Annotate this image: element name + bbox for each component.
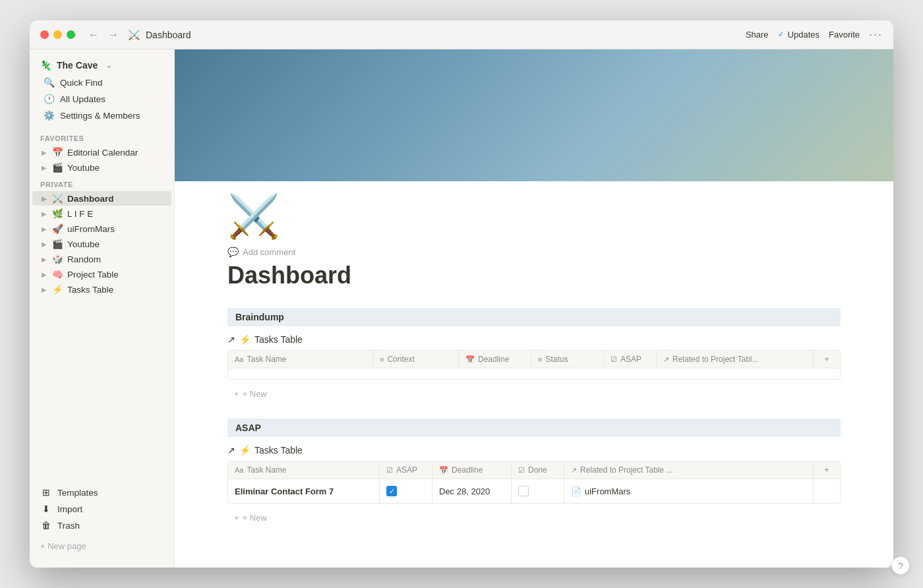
asap-checkbox-checked[interactable]: ✓: [386, 486, 397, 496]
dashboard-icon: ⚔️: [52, 193, 63, 204]
file-icon: 📄: [571, 486, 581, 496]
deadline-value: Dec 28, 2020: [439, 486, 490, 496]
nav-arrows: ← →: [86, 28, 121, 42]
new-page-button[interactable]: + New page: [35, 539, 169, 554]
sidebar-item-import[interactable]: ⬇ Import: [35, 501, 169, 517]
sidebar-item-uifrommars[interactable]: ▶ 🚀 uiFromMars: [32, 221, 171, 236]
life-icon: 🌿: [52, 208, 63, 219]
asap-new-row[interactable]: + + New: [227, 509, 841, 527]
sidebar-item-quick-find[interactable]: 🔍 Quick Find: [38, 74, 166, 90]
asap-th-related: ↗ Related to Project Table ...: [564, 461, 814, 479]
th-add[interactable]: +: [814, 351, 840, 368]
updates-label: Updates: [788, 30, 819, 40]
sidebar-item-youtube-fav[interactable]: ▶ 🎬 Youtube: [32, 160, 171, 175]
sidebar-item-all-updates[interactable]: 🕐 All Updates: [38, 91, 166, 107]
sidebar-item-dashboard[interactable]: ▶ ⚔️ Dashboard: [32, 191, 171, 206]
all-updates-label: All Updates: [60, 94, 105, 104]
sidebar-item-editorial-calendar[interactable]: ▶ 📅 Editorial Calendar: [32, 145, 171, 160]
asap-th-add[interactable]: +: [814, 461, 840, 479]
braindump-table-header: Aa Task Name ≡ Context 📅 Deadline: [228, 351, 840, 368]
youtube-fav-icon: 🎬: [52, 162, 63, 173]
asap-header: ASAP: [227, 419, 841, 437]
calendar-icon: 📅: [465, 355, 475, 364]
back-button[interactable]: ←: [86, 28, 102, 42]
th-status: ≡ Status: [531, 351, 604, 368]
chevron-right-icon: ▶: [42, 164, 47, 171]
minimize-button[interactable]: [53, 30, 62, 39]
sidebar-item-settings[interactable]: ⚙️ Settings & Members: [38, 107, 166, 123]
import-label: Import: [57, 504, 82, 514]
asap-table: Aa Task Name ☑ ASAP 📅 Deadline: [227, 461, 841, 504]
sidebar: 🦎 The Cave ⌄ 🔍 Quick Find 🕐 All Updates …: [30, 49, 175, 568]
new-row-label: + New: [243, 389, 267, 399]
asap-th-asap-label: ASAP: [396, 465, 417, 475]
traffic-lights: [40, 30, 75, 39]
add-col-icon: +: [824, 355, 829, 364]
td-done-check[interactable]: [512, 479, 564, 503]
chevron-right-icon: ▶: [42, 149, 47, 156]
titlebar: ← → ⚔️ Dashboard Share ✓ Updates Favorit…: [30, 20, 893, 49]
page-main-title: Dashboard: [227, 261, 841, 289]
td-add: [814, 479, 840, 503]
checkbox-icon: ☑: [386, 466, 393, 475]
asap-table-header: Aa Task Name ☑ ASAP 📅 Deadline: [228, 461, 840, 479]
braindump-new-row[interactable]: + + New: [227, 385, 841, 403]
add-comment-row[interactable]: 💬 Add comment: [227, 247, 841, 257]
asap-th-related-label: Related to Project Table ...: [580, 465, 673, 475]
th-related: ↗ Related to Project Tabl...: [657, 351, 814, 368]
share-button[interactable]: Share: [746, 30, 769, 40]
chevron-right-icon: ▶: [42, 271, 47, 278]
dashboard-label: Dashboard: [67, 194, 114, 204]
help-button[interactable]: ?: [891, 556, 910, 575]
maximize-button[interactable]: [67, 30, 75, 39]
page-content: ⚔️ 💬 Add comment Dashboard Braindump ↗ ⚡: [175, 181, 893, 568]
tasks-table-icon: ⚡: [52, 284, 63, 295]
chevron-right-icon: ▶: [42, 225, 47, 233]
th-asap: ☑ ASAP: [604, 351, 657, 368]
tasks-table-label: Tasks Table: [67, 285, 113, 295]
project-table-icon: 🧠: [52, 269, 63, 279]
project-table-label: Project Table: [67, 270, 119, 279]
forward-button[interactable]: →: [105, 28, 121, 42]
done-checkbox-unchecked[interactable]: [518, 486, 529, 496]
templates-icon: ⊞: [40, 487, 52, 498]
workspace-label: The Cave: [57, 60, 98, 71]
sidebar-item-project-table[interactable]: ▶ 🧠 Project Table: [32, 267, 171, 281]
editorial-calendar-label: Editorial Calendar: [67, 148, 138, 158]
content-area: ⚔️ 💬 Add comment Dashboard Braindump ↗ ⚡: [175, 49, 893, 568]
close-button[interactable]: [40, 30, 49, 39]
trash-icon: 🗑: [40, 520, 52, 531]
more-button[interactable]: ···: [869, 28, 883, 42]
updates-button[interactable]: ✓ Updates: [778, 30, 819, 40]
asap-th-task-label: Task Name: [247, 465, 286, 475]
sidebar-item-trash[interactable]: 🗑 Trash: [35, 517, 169, 533]
sidebar-item-youtube[interactable]: ▶ 🎬 Youtube: [32, 237, 171, 251]
workspace-item[interactable]: 🦎 The Cave ⌄: [35, 57, 169, 73]
td-asap-check[interactable]: ✓: [380, 479, 432, 503]
quick-find-label: Quick Find: [60, 78, 103, 88]
page-title-bar: ⚔️ Dashboard: [128, 29, 746, 41]
asap-th-asap: ☑ ASAP: [380, 461, 432, 479]
sidebar-item-tasks-table[interactable]: ▶ ⚡ Tasks Table: [32, 282, 171, 297]
braindump-table-link[interactable]: ↗ ⚡ Tasks Table: [227, 334, 841, 345]
page-title-text: Dashboard: [146, 30, 191, 40]
chevron-right-icon: ▶: [42, 210, 47, 218]
sidebar-item-templates[interactable]: ⊞ Templates: [35, 485, 169, 500]
add-comment-label: Add comment: [243, 247, 295, 257]
asap-table-link[interactable]: ↗ ⚡ Tasks Table: [227, 445, 841, 456]
asap-section: ASAP ↗ ⚡ Tasks Table Aa Task Name: [227, 419, 841, 527]
table-row: Eliminar Contact Form 7 ✓ Dec 28, 2020: [228, 479, 840, 503]
import-icon: ⬇: [40, 504, 52, 514]
page-icon-area: ⚔️: [227, 181, 841, 247]
checkbox-icon: ☑: [610, 355, 617, 364]
favorite-button[interactable]: Favorite: [829, 30, 860, 40]
link-icon: ↗: [663, 355, 669, 364]
th-deadline: 📅 Deadline: [459, 351, 531, 368]
sidebar-item-life[interactable]: ▶ 🌿 L I F E: [32, 206, 171, 221]
calendar-icon: 📅: [439, 466, 448, 475]
task-name-value: Eliminar Contact Form 7: [235, 486, 334, 496]
sidebar-item-random[interactable]: ▶ 🎲 Random: [32, 252, 171, 266]
chevron-right-icon: ▶: [42, 286, 47, 293]
trash-label: Trash: [57, 521, 80, 531]
link-arrow-icon: ↗: [227, 445, 235, 456]
